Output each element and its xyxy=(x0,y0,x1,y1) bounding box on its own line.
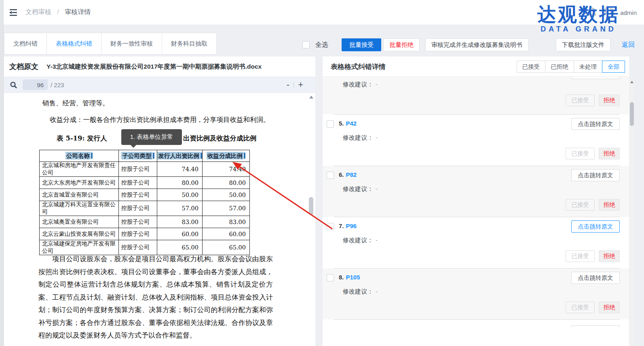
collapsed-sidebar xyxy=(0,0,4,346)
suggestion-label: 修改建议： xyxy=(343,134,373,141)
app-header: 文档审核 / 审核详情 admin xyxy=(0,0,644,25)
highlight-cursor-bar xyxy=(201,153,202,159)
accepted-button[interactable]: 已接受 xyxy=(566,302,595,313)
back-button[interactable]: 返回 xyxy=(622,41,635,49)
doc-paragraph: 项目公司设股东会，股东会是项目公司最高权力机构。股东会会议由股东按照出资比例行使… xyxy=(38,253,273,342)
accepted-button[interactable]: 已接受 xyxy=(566,199,595,211)
jump-to-source-button[interactable]: 点击跳转原文 xyxy=(571,118,620,130)
search-icon[interactable] xyxy=(10,81,17,89)
reject-button[interactable]: 拒绝 xyxy=(599,148,620,159)
accepted-button[interactable]: 已接受 xyxy=(566,250,595,262)
jump-button-partial[interactable] xyxy=(571,325,620,327)
highlight-cursor-bar xyxy=(153,153,154,159)
jump-to-source-button-active[interactable]: 点击跳转原文 xyxy=(571,220,620,233)
review-scrollbar[interactable] xyxy=(629,79,634,346)
breadcrumb-separator: / xyxy=(57,8,59,15)
filter-all[interactable]: 全部 xyxy=(602,61,625,73)
issue-number: 6. xyxy=(339,171,344,178)
issue-checkbox[interactable] xyxy=(327,172,334,179)
scroll-up-arrow-icon[interactable] xyxy=(309,96,313,99)
tooltip-arrow xyxy=(130,145,137,148)
doc-table: 公司名称 子公司类型 发行人出资比例 收益分成比例 北京城和房地产开发有限责任公… xyxy=(39,150,250,255)
filter-rejected[interactable]: 已拒绝 xyxy=(545,61,574,73)
issue-item-partial: 修改建议：- 已接受 拒绝 xyxy=(323,77,629,114)
suggestion-label: 修改建议： xyxy=(343,185,373,192)
reject-button[interactable]: 拒绝 xyxy=(599,302,620,313)
issue-page-link[interactable]: P42 xyxy=(346,120,357,127)
suggestion-value: - xyxy=(376,185,378,192)
tab-table-format-correction[interactable]: 表格格式纠错 xyxy=(47,33,101,54)
issue-item-p105: 8.P105 点击跳转原文 修改建议：- 已接受 拒绝 xyxy=(323,268,629,319)
tab-finance-consistency[interactable]: 财务一致性审核 xyxy=(101,33,162,54)
issue-checkbox[interactable] xyxy=(327,120,334,128)
error-tooltip-text: 1. 表格单位异常 xyxy=(130,133,173,141)
download-annotated-button[interactable]: 下载批注版文件 xyxy=(556,38,610,51)
suggestion-label: 修改建议： xyxy=(343,81,373,88)
doc-table-header: 公司名称 xyxy=(65,152,91,159)
select-all-checkbox[interactable] xyxy=(302,41,310,48)
doc-toolbar: / 223 - + xyxy=(4,77,315,93)
zoom-in-button[interactable]: + xyxy=(298,81,303,89)
issue-checkbox[interactable] xyxy=(327,223,334,230)
select-all-label: 全选 xyxy=(315,41,328,49)
finish-generate-button[interactable]: 审核完成并生成修改版募集说明书 xyxy=(425,38,528,51)
review-scrollbar-thumb[interactable] xyxy=(630,102,634,126)
doc-table-row: 北京大东房地产开发有限公司控股子公司80.0080.00 xyxy=(40,177,250,189)
highlight-cursor-bar xyxy=(244,153,245,159)
tab-finance-subject-extract[interactable]: 财务科目抽取 xyxy=(162,33,216,54)
breadcrumb: 文档审核 / 审核详情 xyxy=(25,8,91,17)
logo-en-text: DATA GRAND xyxy=(537,25,620,33)
jump-to-source-button[interactable]: 点击跳转原文 xyxy=(571,169,620,181)
reject-button[interactable]: 拒绝 xyxy=(599,250,620,262)
jump-button-partial[interactable] xyxy=(571,77,620,79)
doc-table-header: 发行人出资比例 xyxy=(157,152,200,159)
issue-number: 7. xyxy=(339,222,344,229)
doc-panel-title: 文档原文 xyxy=(9,62,38,71)
doc-table-row: 北京城奥置业有限公司控股子公司83.0083.00 xyxy=(40,216,250,228)
suggestion-value: - xyxy=(376,81,378,88)
filter-unprocessed[interactable]: 未处理 xyxy=(574,61,603,73)
notification-bell-icon[interactable] xyxy=(587,7,597,18)
suggestion-label: 修改建议： xyxy=(343,237,373,243)
table-caption-left: 表 5-19: 发行人 xyxy=(57,134,107,143)
menu-fold-icon[interactable] xyxy=(8,8,18,17)
suggestion-value: - xyxy=(376,134,378,141)
user-avatar[interactable] xyxy=(602,6,614,19)
doc-filename: Y-3北京城建投资发展股份有限公司2017年度第一期中期票据募集说明书.docx xyxy=(46,63,262,71)
issue-page-link[interactable]: P105 xyxy=(346,274,360,281)
highlight-cursor-bar xyxy=(91,153,93,159)
breadcrumb-parent[interactable]: 文档审核 xyxy=(25,8,51,15)
error-tooltip: 1. 表格单位异常 xyxy=(121,129,182,145)
issue-page-link[interactable]: P96 xyxy=(346,222,357,229)
accepted-button[interactable]: 已接受 xyxy=(566,148,595,159)
doc-table-row: 北京城和房地产开发有限责任公司控股子公司74.4074.40 xyxy=(40,162,250,177)
doc-table-header: 子公司类型 xyxy=(121,152,152,159)
reject-button[interactable]: 拒绝 xyxy=(599,94,620,106)
zoom-separator xyxy=(293,82,294,88)
doc-paragraph: 销售、经营、管理等。 xyxy=(42,99,109,108)
filter-accepted[interactable]: 已接受 xyxy=(517,61,546,73)
status-filter-group: 已接受 已拒绝 未处理 全部 xyxy=(517,61,625,73)
zoom-out-button[interactable]: - xyxy=(287,81,289,89)
issue-checkbox[interactable] xyxy=(327,274,334,281)
accepted-button[interactable]: 已接受 xyxy=(566,94,595,106)
doc-page-content[interactable]: 销售、经营、管理等。 收益分成：一般各合作方按出资比例承担成本费用，分享项目收益… xyxy=(4,94,315,346)
issue-item-next-partial xyxy=(323,320,629,346)
page-total-label: / 223 xyxy=(51,82,64,88)
batch-reject-button[interactable]: 批量拒绝 xyxy=(383,38,420,51)
jump-to-source-button[interactable]: 点击跳转原文 xyxy=(571,272,620,284)
reject-button[interactable]: 拒绝 xyxy=(599,199,620,211)
issue-item-p82: 6.P82 点击跳转原文 修改建议：- 已接受 拒绝 xyxy=(323,166,629,217)
issue-page-link[interactable]: P82 xyxy=(346,171,357,178)
doc-table-header: 收益分成比例 xyxy=(207,152,243,159)
scroll-up-arrow-icon[interactable] xyxy=(630,81,633,83)
doc-paragraph: 收益分成：一般各合作方按出资比例承担成本费用，分享项目收益和利润。 xyxy=(50,115,270,124)
document-panel: 文档原文 Y-3北京城建投资发展股份有限公司2017年度第一期中期票据募集说明书… xyxy=(4,57,315,346)
doc-scrollbar-thumb[interactable] xyxy=(309,197,313,215)
batch-accept-button[interactable]: 批量接受 xyxy=(342,38,381,51)
table-caption-right: 出资比例及收益分成比例 xyxy=(183,134,257,143)
page-number-input[interactable] xyxy=(23,80,48,90)
username[interactable]: admin xyxy=(620,9,637,16)
tab-doc-correction[interactable]: 文档纠错 xyxy=(4,33,47,54)
doc-scrollbar[interactable] xyxy=(308,94,315,346)
